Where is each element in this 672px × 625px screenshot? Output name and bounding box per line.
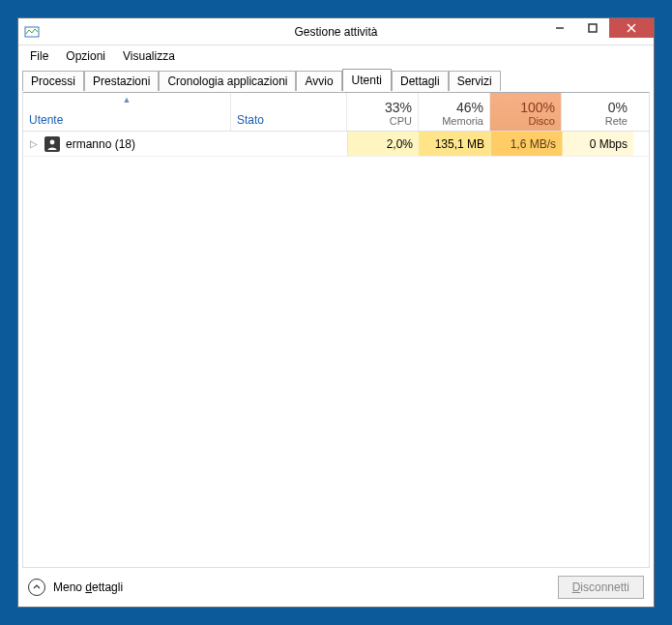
header-disk[interactable]: 100% Disco bbox=[490, 93, 562, 131]
header-cpu-pct: 33% bbox=[385, 100, 412, 115]
header-network[interactable]: 0% Rete bbox=[562, 93, 633, 131]
sort-ascending-icon: ▲ bbox=[123, 95, 131, 104]
header-memory[interactable]: 46% Memoria bbox=[419, 93, 490, 131]
cell-cpu: 2,0% bbox=[347, 132, 419, 156]
svg-rect-2 bbox=[589, 24, 597, 32]
expand-icon[interactable]: ▷ bbox=[29, 138, 39, 149]
menubar: File Opzioni Visualizza bbox=[18, 45, 654, 67]
cell-state bbox=[231, 132, 347, 156]
content-area: ▲ Utente Stato 33% CPU 46% Memoria 100% … bbox=[22, 92, 650, 568]
menu-options[interactable]: Opzioni bbox=[58, 47, 113, 65]
fewer-details-icon[interactable] bbox=[28, 579, 45, 596]
tab-details[interactable]: Dettagli bbox=[392, 71, 449, 91]
tab-row: Processi Prestazioni Cronologia applicaz… bbox=[18, 69, 654, 92]
header-state[interactable]: Stato bbox=[231, 93, 347, 131]
app-icon bbox=[24, 24, 40, 40]
cell-memory: 135,1 MB bbox=[419, 132, 490, 156]
footer: Meno dettagli Disconnetti bbox=[18, 568, 654, 607]
header-mem-label: Memoria bbox=[442, 115, 483, 127]
tab-performance[interactable]: Prestazioni bbox=[84, 71, 159, 91]
maximize-button[interactable] bbox=[576, 18, 609, 38]
header-net-pct: 0% bbox=[608, 100, 628, 115]
header-cpu-label: CPU bbox=[390, 115, 412, 127]
fewer-details-label[interactable]: Meno dettagli bbox=[53, 580, 123, 594]
tab-app-history[interactable]: Cronologia applicazioni bbox=[159, 71, 296, 91]
task-manager-window: Gestione attività File Opzioni Visualizz… bbox=[17, 17, 655, 608]
user-icon bbox=[44, 136, 60, 152]
header-state-label: Stato bbox=[237, 113, 340, 127]
disconnect-button[interactable]: Disconnetti bbox=[558, 576, 644, 599]
cell-disk: 1,6 MB/s bbox=[490, 132, 562, 156]
menu-file[interactable]: File bbox=[22, 47, 56, 65]
header-user-label: Utente bbox=[29, 113, 224, 127]
minimize-button[interactable] bbox=[543, 18, 576, 38]
menu-view[interactable]: Visualizza bbox=[115, 47, 183, 65]
titlebar[interactable]: Gestione attività bbox=[18, 18, 654, 45]
user-name-label: ermanno (18) bbox=[66, 137, 135, 151]
header-user[interactable]: ▲ Utente bbox=[23, 93, 231, 131]
table-row[interactable]: ▷ ermanno (18) 2,0% 135,1 MB 1,6 MB/s 0 … bbox=[23, 132, 649, 157]
header-disk-pct: 100% bbox=[520, 100, 555, 115]
tab-users[interactable]: Utenti bbox=[342, 69, 392, 91]
header-net-label: Rete bbox=[605, 115, 628, 127]
empty-area bbox=[23, 157, 649, 567]
close-button[interactable] bbox=[609, 18, 654, 38]
cell-network: 0 Mbps bbox=[562, 132, 633, 156]
cell-user: ▷ ermanno (18) bbox=[23, 132, 231, 156]
column-headers: ▲ Utente Stato 33% CPU 46% Memoria 100% … bbox=[23, 93, 649, 132]
tab-startup[interactable]: Avvio bbox=[296, 71, 341, 91]
header-disk-label: Disco bbox=[528, 115, 555, 127]
tab-processes[interactable]: Processi bbox=[22, 71, 84, 91]
svg-point-5 bbox=[50, 139, 55, 144]
tab-services[interactable]: Servizi bbox=[449, 71, 501, 91]
header-cpu[interactable]: 33% CPU bbox=[347, 93, 419, 131]
header-mem-pct: 46% bbox=[456, 100, 483, 115]
